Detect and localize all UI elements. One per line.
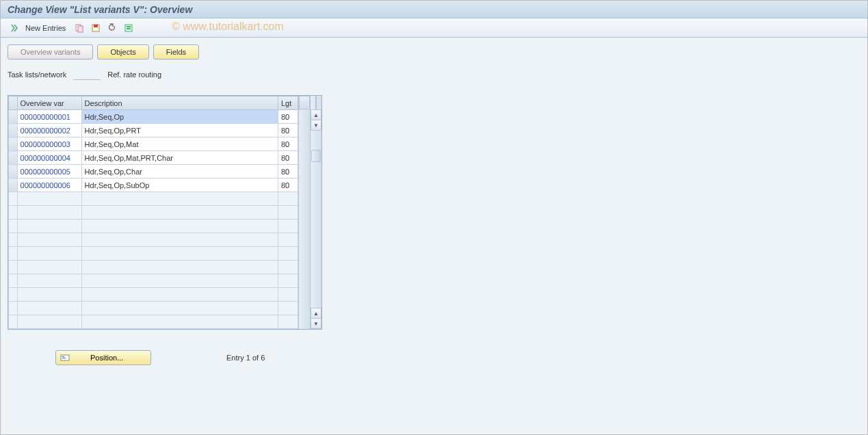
cell-desc[interactable]: Hdr,Seq,Op,Mat xyxy=(81,137,278,151)
nav-strip-header[interactable] xyxy=(299,96,310,109)
cell-var[interactable]: 000000000001 xyxy=(17,110,81,124)
cell-var[interactable]: 000000000004 xyxy=(17,151,81,165)
row-selector[interactable] xyxy=(9,220,18,233)
overview-table[interactable]: Overview var Description Lgt 00000000000… xyxy=(8,96,298,329)
cell-empty[interactable] xyxy=(17,274,81,288)
scroll-track[interactable] xyxy=(311,131,321,308)
cell-lgt[interactable]: 80 xyxy=(278,179,298,192)
cell-empty[interactable] xyxy=(81,233,278,247)
scroll-down-icon[interactable]: ▼ xyxy=(311,120,321,131)
cell-empty[interactable] xyxy=(278,302,298,315)
row-selector-header[interactable] xyxy=(9,96,18,110)
row-selector[interactable] xyxy=(9,165,18,179)
cell-empty[interactable] xyxy=(17,220,81,233)
table-row[interactable]: 000000000006Hdr,Seq,Op,SubOp80 xyxy=(9,179,298,192)
cell-empty[interactable] xyxy=(278,206,298,220)
cell-empty[interactable] xyxy=(17,288,81,302)
save-icon[interactable] xyxy=(89,21,103,35)
cell-lgt[interactable]: 80 xyxy=(278,165,298,179)
cell-empty[interactable] xyxy=(17,247,81,261)
cell-empty[interactable] xyxy=(81,192,278,206)
cell-empty[interactable] xyxy=(81,315,278,329)
scroll-up-icon[interactable]: ▲ xyxy=(311,109,321,120)
table-row[interactable] xyxy=(9,288,298,302)
vertical-scrollbar[interactable]: ▲ ▼ ▲ ▼ xyxy=(310,96,321,329)
cell-empty[interactable] xyxy=(278,192,298,206)
table-row[interactable]: 000000000005Hdr,Seq,Op,Char80 xyxy=(9,165,298,179)
col-header-var[interactable]: Overview var xyxy=(17,96,81,110)
cell-empty[interactable] xyxy=(81,274,278,288)
row-selector[interactable] xyxy=(9,288,18,302)
scroll-up2-icon[interactable]: ▲ xyxy=(311,308,321,319)
cell-empty[interactable] xyxy=(278,288,298,302)
row-selector[interactable] xyxy=(9,124,18,137)
cell-empty[interactable] xyxy=(81,206,278,220)
cell-empty[interactable] xyxy=(17,233,81,247)
cell-empty[interactable] xyxy=(17,261,81,274)
row-selector[interactable] xyxy=(9,151,18,165)
table-row[interactable] xyxy=(9,247,298,261)
row-selector[interactable] xyxy=(9,206,18,220)
cell-empty[interactable] xyxy=(17,206,81,220)
cell-lgt[interactable]: 80 xyxy=(278,110,298,124)
cell-empty[interactable] xyxy=(81,261,278,274)
cell-empty[interactable] xyxy=(81,247,278,261)
select-all-icon[interactable] xyxy=(122,21,135,35)
table-row[interactable] xyxy=(9,206,298,220)
task-lists-input[interactable] xyxy=(73,69,101,80)
col-header-desc[interactable]: Description xyxy=(81,96,278,110)
copy-icon[interactable] xyxy=(73,21,86,35)
row-selector[interactable] xyxy=(9,302,18,315)
cell-empty[interactable] xyxy=(81,288,278,302)
row-selector[interactable] xyxy=(9,247,18,261)
row-selector[interactable] xyxy=(9,110,18,124)
cell-desc[interactable]: Hdr,Seq,Op,Char xyxy=(81,165,278,179)
cell-desc[interactable]: Hdr,Seq,Op xyxy=(81,110,278,124)
table-row[interactable] xyxy=(9,233,298,247)
table-row[interactable] xyxy=(9,261,298,274)
cell-var[interactable]: 000000000003 xyxy=(17,137,81,151)
row-selector[interactable] xyxy=(9,274,18,288)
cell-desc[interactable]: Hdr,Seq,Op,Mat,PRT,Char xyxy=(81,151,278,165)
cell-empty[interactable] xyxy=(278,274,298,288)
cell-empty[interactable] xyxy=(17,315,81,329)
position-button[interactable]: Position... xyxy=(55,350,151,365)
table-row[interactable]: 000000000004Hdr,Seq,Op,Mat,PRT,Char80 xyxy=(9,151,298,165)
cell-desc[interactable]: Hdr,Seq,Op,PRT xyxy=(81,124,278,137)
cell-lgt[interactable]: 80 xyxy=(278,151,298,165)
cell-empty[interactable] xyxy=(278,315,298,329)
new-entries-button[interactable]: New Entries xyxy=(25,24,66,32)
tab-objects[interactable]: Objects xyxy=(97,44,148,60)
scroll-thumb[interactable] xyxy=(311,150,321,162)
cell-empty[interactable] xyxy=(17,192,81,206)
table-row[interactable]: 000000000003Hdr,Seq,Op,Mat80 xyxy=(9,137,298,151)
row-selector[interactable] xyxy=(9,261,18,274)
row-selector[interactable] xyxy=(9,192,18,206)
row-selector[interactable] xyxy=(9,179,18,192)
cell-var[interactable]: 000000000005 xyxy=(17,165,81,179)
table-row[interactable]: 000000000001Hdr,Seq,Op80 xyxy=(9,110,298,124)
tab-fields[interactable]: Fields xyxy=(153,44,199,60)
table-row[interactable] xyxy=(9,302,298,315)
table-row[interactable]: 000000000002Hdr,Seq,Op,PRT80 xyxy=(9,124,298,137)
expand-icon[interactable] xyxy=(8,21,21,35)
scroll-down2-icon[interactable]: ▼ xyxy=(311,318,321,329)
cell-empty[interactable] xyxy=(278,261,298,274)
cell-var[interactable]: 000000000002 xyxy=(17,124,81,137)
cell-lgt[interactable]: 80 xyxy=(278,124,298,137)
table-row[interactable] xyxy=(9,315,298,329)
cell-empty[interactable] xyxy=(81,220,278,233)
cell-empty[interactable] xyxy=(278,247,298,261)
cell-empty[interactable] xyxy=(81,302,278,315)
table-row[interactable] xyxy=(9,192,298,206)
col-header-lgt[interactable]: Lgt xyxy=(278,96,298,110)
table-row[interactable] xyxy=(9,274,298,288)
row-selector[interactable] xyxy=(9,233,18,247)
cell-empty[interactable] xyxy=(278,220,298,233)
cell-var[interactable]: 000000000006 xyxy=(17,179,81,192)
cell-empty[interactable] xyxy=(278,233,298,247)
undo-icon[interactable] xyxy=(105,21,119,35)
tab-overview-variants[interactable]: Overview variants xyxy=(8,44,93,60)
cell-empty[interactable] xyxy=(17,302,81,315)
row-selector[interactable] xyxy=(9,315,18,329)
